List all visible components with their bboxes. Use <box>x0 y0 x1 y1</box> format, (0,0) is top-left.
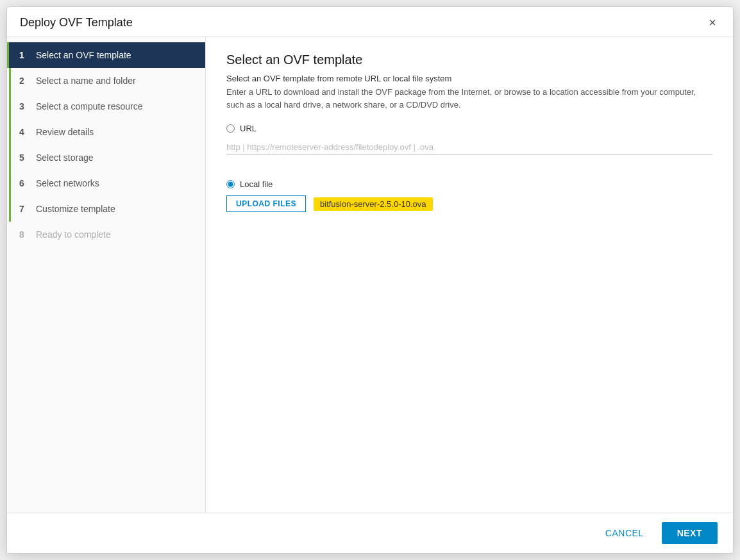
sidebar-step-2: 2 <box>19 76 29 86</box>
sidebar-label-6: Select networks <box>36 178 99 188</box>
sidebar-item-review[interactable]: 4 Review details <box>7 119 205 145</box>
dialog-title: Deploy OVF Template <box>20 16 133 29</box>
sidebar: 1 Select an OVF template 2 Select a name… <box>7 37 206 513</box>
section-subtitle: Select an OVF template from remote URL o… <box>226 74 712 83</box>
local-file-section: Local file UPLOAD FILES bitfusion-server… <box>226 179 712 212</box>
dialog-header: Deploy OVF Template × <box>7 7 733 37</box>
section-desc: Enter a URL to download and install the … <box>226 86 712 111</box>
sidebar-step-1: 1 <box>19 50 29 60</box>
sidebar-bar-3 <box>9 94 11 119</box>
sidebar-label-7: Customize template <box>36 204 115 214</box>
sidebar-item-networks[interactable]: 6 Select networks <box>7 170 205 196</box>
sidebar-label-3: Select a compute resource <box>36 101 143 111</box>
next-button[interactable]: NEXT <box>662 522 718 544</box>
section-title: Select an OVF template <box>226 53 712 67</box>
sidebar-bar-5 <box>9 145 11 170</box>
sidebar-label-8: Ready to complete <box>36 229 111 240</box>
main-content: Select an OVF template Select an OVF tem… <box>206 37 733 513</box>
url-radio[interactable] <box>226 124 235 133</box>
sidebar-label-5: Select storage <box>36 152 94 163</box>
sidebar-item-name-folder[interactable]: 2 Select a name and folder <box>7 68 205 94</box>
sidebar-step-5: 5 <box>19 152 29 163</box>
sidebar-label-2: Select a name and folder <box>36 76 136 86</box>
sidebar-bar <box>9 68 11 94</box>
sidebar-step-4: 4 <box>19 127 29 137</box>
local-file-radio-label: Local file <box>240 179 273 189</box>
url-radio-row[interactable]: URL <box>226 124 712 133</box>
sidebar-bar-7 <box>9 196 11 222</box>
upload-row: UPLOAD FILES bitfusion-server-2.5.0-10.o… <box>226 195 712 212</box>
url-input[interactable] <box>226 140 712 155</box>
sidebar-item-select-ovf[interactable]: 1 Select an OVF template <box>7 42 205 68</box>
file-name-badge: bitfusion-server-2.5.0-10.ova <box>314 197 432 211</box>
sidebar-step-6: 6 <box>19 178 29 188</box>
local-file-radio[interactable] <box>226 180 235 188</box>
sidebar-step-3: 3 <box>19 101 29 111</box>
dialog-footer: CANCEL NEXT <box>7 513 733 553</box>
sidebar-label-1: Select an OVF template <box>36 50 131 60</box>
close-button[interactable]: × <box>705 15 720 30</box>
local-file-radio-row[interactable]: Local file <box>226 179 712 189</box>
sidebar-step-7: 7 <box>19 204 29 214</box>
upload-files-button[interactable]: UPLOAD FILES <box>226 195 306 212</box>
sidebar-item-compute[interactable]: 3 Select a compute resource <box>7 94 205 119</box>
deploy-ovf-dialog: Deploy OVF Template × 1 Select an OVF te… <box>6 6 734 554</box>
sidebar-bar-6 <box>9 170 11 196</box>
sidebar-step-8: 8 <box>19 229 29 240</box>
dialog-body: 1 Select an OVF template 2 Select a name… <box>7 37 733 513</box>
sidebar-item-storage[interactable]: 5 Select storage <box>7 145 205 170</box>
url-radio-label: URL <box>240 124 256 133</box>
url-radio-group: URL <box>226 124 712 167</box>
sidebar-label-4: Review details <box>36 127 94 137</box>
sidebar-item-ready: 8 Ready to complete <box>7 222 205 247</box>
sidebar-item-customize[interactable]: 7 Customize template <box>7 196 205 222</box>
cancel-button[interactable]: CANCEL <box>595 523 654 543</box>
sidebar-bar-4 <box>9 119 11 145</box>
